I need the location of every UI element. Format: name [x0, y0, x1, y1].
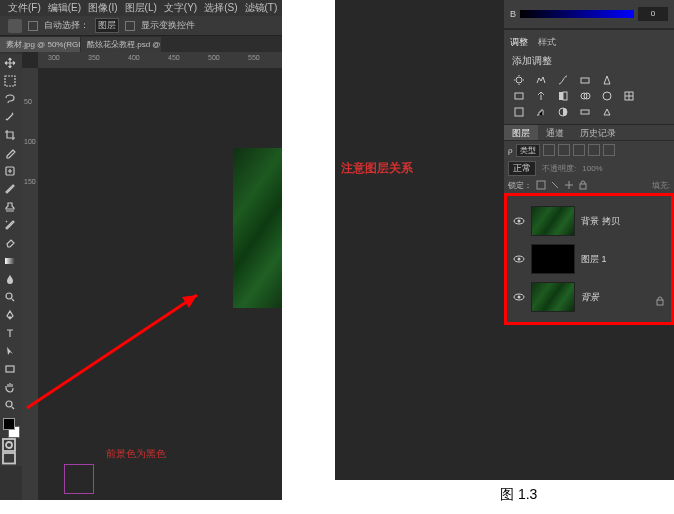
visibility-toggle-icon[interactable] [513, 215, 525, 227]
photo-filter-icon[interactable] [578, 90, 592, 102]
lock-all-icon[interactable] [578, 180, 588, 190]
layer-row[interactable]: 背景 拷贝 [509, 202, 669, 240]
adjustments-panel: 调整 样式 添加调整 [504, 30, 674, 124]
filter-text-icon[interactable] [573, 144, 585, 156]
opacity-value[interactable]: 100% [582, 164, 602, 173]
balance-icon[interactable] [534, 90, 548, 102]
layer-thumbnail[interactable] [531, 282, 575, 312]
layer-blend-bar: 正常 不透明度: 100% [504, 159, 674, 177]
tab-flower[interactable]: 酷炫花朵教程.psd @ 79.5% (图层 1, RGB/8) [81, 37, 161, 52]
eyedropper-tool[interactable] [0, 144, 20, 162]
lasso-tool[interactable] [0, 90, 20, 108]
gradient-tool[interactable] [0, 252, 20, 270]
layer-row[interactable]: 图层 1 [509, 240, 669, 278]
rectangle-tool[interactable] [0, 360, 20, 378]
menu-filter[interactable]: 滤镜(T) [245, 1, 278, 15]
magic-wand-tool[interactable] [0, 108, 20, 126]
tab-adjustments[interactable]: 调整 [510, 36, 528, 49]
type-tool[interactable] [0, 324, 20, 342]
selective-color-icon[interactable] [600, 106, 614, 118]
history-brush-tool[interactable] [0, 216, 20, 234]
layer-name[interactable]: 图层 1 [581, 253, 665, 266]
hue-icon[interactable] [512, 90, 526, 102]
stamp-tool[interactable] [0, 198, 20, 216]
dodge-tool[interactable] [0, 288, 20, 306]
marquee-tool[interactable] [0, 72, 20, 90]
tab-layers[interactable]: 图层 [504, 125, 538, 140]
pen-tool[interactable] [0, 306, 20, 324]
visibility-toggle-icon[interactable] [513, 253, 525, 265]
lock-position-icon[interactable] [564, 180, 574, 190]
layer-thumbnail[interactable] [531, 206, 575, 236]
svg-point-11 [516, 77, 522, 83]
eraser-tool[interactable] [0, 234, 20, 252]
brightness-icon[interactable] [512, 74, 526, 86]
foreground-color-swatch[interactable] [3, 418, 15, 430]
mixer-icon[interactable] [600, 90, 614, 102]
svg-rect-23 [537, 181, 545, 189]
blur-tool[interactable] [0, 270, 20, 288]
crop-tool[interactable] [0, 126, 20, 144]
brush-tool[interactable] [0, 180, 20, 198]
svg-point-5 [6, 401, 12, 407]
ruler-tick: 150 [24, 178, 36, 185]
tab-channels[interactable]: 通道 [538, 125, 572, 140]
menu-select[interactable]: 选择(S) [204, 1, 237, 15]
filter-smart-icon[interactable] [603, 144, 615, 156]
color-slider[interactable] [520, 10, 634, 18]
invert-icon[interactable] [512, 106, 526, 118]
zoom-tool[interactable] [0, 396, 20, 414]
healing-tool[interactable] [0, 162, 20, 180]
curves-icon[interactable] [556, 74, 570, 86]
tab-material[interactable]: 素材.jpg @ 50%(RGB/8) [0, 37, 80, 52]
layer-thumbnail[interactable] [531, 244, 575, 274]
filter-adjust-icon[interactable] [558, 144, 570, 156]
layer-name[interactable]: 背景 [581, 291, 649, 304]
tab-styles[interactable]: 样式 [538, 36, 556, 49]
lock-transparency-icon[interactable] [536, 180, 546, 190]
levels-icon[interactable] [534, 74, 548, 86]
color-value-input[interactable]: 0 [638, 7, 668, 21]
canvas-area: 300 350 400 450 500 550 50 100 150 前景色为黑… [22, 52, 282, 500]
auto-select-target[interactable]: 图层 [95, 18, 119, 33]
layer-name[interactable]: 背景 拷贝 [581, 215, 665, 228]
bw-icon[interactable] [556, 90, 570, 102]
ruler-tick: 100 [24, 138, 36, 145]
blend-mode-select[interactable]: 正常 [508, 161, 536, 176]
filter-type-select[interactable]: 类型 [516, 144, 540, 157]
hand-tool[interactable] [0, 378, 20, 396]
ruler-tick: 500 [208, 54, 220, 61]
layer-row[interactable]: 背景 [509, 278, 669, 316]
lookup-icon[interactable] [622, 90, 636, 102]
move-tool[interactable] [0, 54, 20, 72]
ruler-tick: 350 [88, 54, 100, 61]
color-swatch[interactable] [0, 418, 20, 438]
toolbar [0, 54, 22, 466]
menu-layer[interactable]: 图层(L) [125, 1, 157, 15]
tab-history[interactable]: 历史记录 [572, 125, 624, 140]
gradient-map-icon[interactable] [578, 106, 592, 118]
menu-text[interactable]: 文字(Y) [164, 1, 197, 15]
document-viewport[interactable] [38, 68, 282, 500]
document-tabs: 素材.jpg @ 50%(RGB/8) 酷炫花朵教程.psd @ 79.5% (… [0, 36, 282, 52]
canvas-image[interactable] [233, 148, 282, 308]
menu-edit[interactable]: 编辑(E) [48, 1, 81, 15]
filter-shape-icon[interactable] [588, 144, 600, 156]
fill-label: 填充: [652, 180, 670, 191]
lock-pixels-icon[interactable] [550, 180, 560, 190]
visibility-toggle-icon[interactable] [513, 291, 525, 303]
show-transform-checkbox[interactable] [125, 21, 135, 31]
posterize-icon[interactable] [534, 106, 548, 118]
svg-rect-13 [515, 93, 523, 99]
opacity-label: 不透明度: [542, 163, 576, 174]
filter-pixel-icon[interactable] [543, 144, 555, 156]
path-selection-tool[interactable] [0, 342, 20, 360]
exposure-icon[interactable] [578, 74, 592, 86]
menu-file[interactable]: 文件(F) [8, 1, 41, 15]
vibrance-icon[interactable] [600, 74, 614, 86]
menu-image[interactable]: 图像(I) [88, 1, 117, 15]
threshold-icon[interactable] [556, 106, 570, 118]
foreground-note-text: 前景色为黑色 [106, 447, 166, 461]
screen-mode-tool[interactable] [0, 452, 18, 466]
auto-select-checkbox[interactable] [28, 21, 38, 31]
